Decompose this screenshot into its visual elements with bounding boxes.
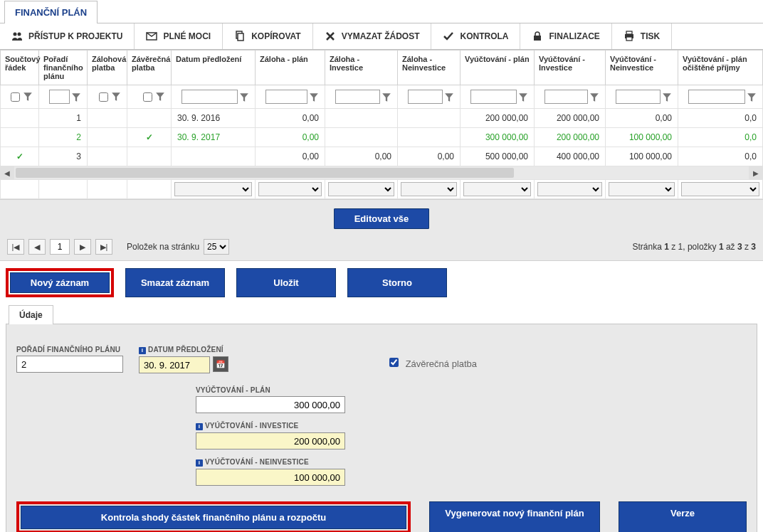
col-header-0[interactable]: Součtový řádek [1,50,39,85]
col-header-5[interactable]: Záloha - plán [256,50,325,85]
agg-select-8[interactable] [463,182,531,196]
col-header-7[interactable]: Záloha - Neinvestice [398,50,461,85]
filter-check-3[interactable] [143,92,152,102]
pager-prev[interactable]: ◀ [28,239,46,255]
svg-point-0 [14,33,17,36]
vinv-field[interactable] [196,432,345,449]
delete-icon [325,31,336,42]
col-header-1[interactable]: Pořadí finančního plánu [39,50,88,85]
filter-input-11[interactable] [688,90,745,104]
col-header-3[interactable]: Závěrečná platba [127,50,172,85]
filter-input-10[interactable] [616,90,661,104]
toolbar-mail[interactable]: PLNÉ MOCI [135,23,223,49]
agg-select-10[interactable] [609,182,675,196]
check-amounts-button[interactable]: Kontrola shody částek finančního plánu a… [21,506,406,529]
new-record-button[interactable]: Nový záznam [10,272,110,293]
filter-input-9[interactable] [544,90,588,104]
filter-input-5[interactable] [265,90,307,104]
edit-all-button[interactable]: Editovat vše [334,208,430,229]
table-row[interactable]: 2✓30. 9. 20170,00300 000,00200 000,00100… [1,128,763,147]
filter-input-1[interactable] [49,90,70,104]
filter-check-0[interactable] [11,92,20,102]
agg-select-11[interactable] [681,182,759,196]
agg-select-7[interactable] [401,182,457,196]
datum-field[interactable] [139,356,210,373]
generate-plan-button[interactable]: Vygenerovat nový finanční plán [429,501,600,532]
pager-first[interactable]: |◀ [7,239,24,255]
users-icon [11,31,23,42]
col-header-6[interactable]: Záloha - Investice [325,50,398,85]
print-icon [623,31,635,42]
toolbar-copy[interactable]: KOPÍROVAT [223,23,313,49]
calendar-icon[interactable]: 📅 [213,356,228,372]
label-vnei: iVYÚČTOVÁNÍ - NEINVESTICE [196,458,352,467]
pager-last[interactable]: ▶| [95,239,112,255]
vnei-field[interactable] [196,469,345,486]
filter-input-7[interactable] [408,90,443,104]
table-row[interactable]: ✓30,000,000,00500 000,00400 000,00100 00… [1,147,763,166]
delete-record-button[interactable]: Smazat záznam [125,268,225,297]
filter-input-4[interactable] [181,90,238,104]
label-poradi: POŘADÍ FINANČNÍHO PLÁNU [16,346,123,353]
page-tab-financni-plan[interactable]: FINANČNÍ PLÁN [4,1,98,23]
copy-icon [234,31,246,42]
svg-rect-5 [534,36,541,41]
toolbar-check[interactable]: KONTROLA [431,23,520,49]
zaverecna-checkbox[interactable]: Závěrečná platba [386,358,477,369]
pager-perpage-select[interactable]: 25 [204,239,229,255]
pager-next[interactable]: ▶ [74,239,91,255]
version-button[interactable]: Verze [619,501,747,532]
toolbar-users[interactable]: PŘÍSTUP K PROJEKTU [0,23,135,49]
mail-icon [146,31,157,42]
label-vinv: iVYÚČTOVÁNÍ - INVESTICE [196,422,352,430]
toolbar: PŘÍSTUP K PROJEKTUPLNÉ MOCIKOPÍROVATVYMA… [0,23,763,50]
pager-status: Stránka 1 z 1, položky 1 až 3 z 3 [633,242,757,252]
toolbar-delete[interactable]: VYMAZAT ŽÁDOST [313,23,432,49]
table-row[interactable]: 130. 9. 20160,00200 000,00200 000,000,00… [1,109,763,128]
svg-rect-8 [626,37,632,41]
svg-point-1 [18,33,21,36]
label-datum: iDATUM PŘEDLOŽENÍ [139,346,228,354]
pager-perpage-label: Položek na stránku [127,242,199,252]
toolbar-print[interactable]: TISK [612,23,672,49]
agg-select-5[interactable] [258,182,322,196]
save-button[interactable]: Uložit [236,268,336,297]
col-header-11[interactable]: Vyúčtování - plán očištěné příjmy [678,50,763,85]
agg-select-6[interactable] [328,182,394,196]
vplan-field[interactable] [196,396,345,413]
filter-input-6[interactable] [335,90,380,104]
col-header-4[interactable]: Datum předložení [172,50,256,85]
filter-input-8[interactable] [470,90,517,104]
col-header-10[interactable]: Vyúčtování - Neinvestice [606,50,678,85]
label-vplan: VYÚČTOVÁNÍ - PLÁN [196,386,352,394]
detail-tab-udaje[interactable]: Údaje [9,305,53,324]
col-header-8[interactable]: Vyúčtování - plán [461,50,535,85]
svg-rect-6 [626,31,632,34]
financial-plan-table: Součtový řádekPořadí finančního plánuZál… [0,50,763,166]
svg-rect-4 [238,33,243,41]
horizontal-scrollbar[interactable]: ◀ ▶ [0,166,763,179]
col-header-9[interactable]: Vyúčtování - Investice [535,50,606,85]
filter-check-2[interactable] [99,92,108,102]
cancel-button[interactable]: Storno [347,268,447,297]
lock-icon [532,31,543,42]
agg-select-4[interactable] [174,182,252,196]
check-icon [443,31,454,42]
col-header-2[interactable]: Zálohová platba [88,50,127,85]
toolbar-lock[interactable]: FINALIZACE [520,23,611,49]
agg-select-9[interactable] [537,182,602,196]
pager-page-input[interactable] [50,239,70,255]
poradi-field[interactable] [16,356,123,373]
